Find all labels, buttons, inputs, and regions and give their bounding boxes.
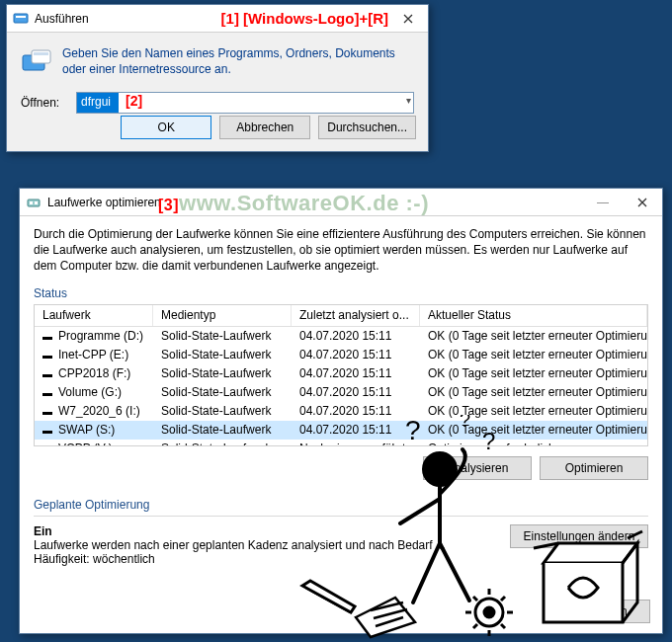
run-program-icon: [21, 46, 52, 78]
status-section-label: Status: [34, 286, 648, 300]
svg-rect-6: [30, 201, 33, 204]
run-open-input[interactable]: [76, 92, 414, 114]
table-row[interactable]: ▬CPP2018 (F:)Solid-State-Laufwerk04.07.2…: [35, 364, 647, 383]
drive-icon: ▬: [42, 368, 52, 379]
optimize-window-icon: [26, 195, 42, 210]
col-media[interactable]: Medientyp: [153, 305, 292, 326]
optimize-description: Durch die Optimierung der Laufwerke könn…: [34, 226, 648, 275]
drive-icon: ▬: [42, 443, 52, 445]
close-button[interactable]: Schließen: [551, 600, 650, 623]
optimize-window: Laufwerke optimieren — Durch die Optimie…: [19, 188, 663, 634]
run-browse-button[interactable]: Durchsuchen...: [318, 116, 416, 139]
change-settings-button[interactable]: Einstellungen ändern: [510, 524, 648, 548]
optimize-button[interactable]: Optimieren: [540, 456, 648, 480]
drive-icon: ▬: [42, 425, 52, 436]
table-row[interactable]: ▬Programme (D:)Solid-State-Laufwerk04.07…: [35, 327, 647, 346]
table-row[interactable]: ▬Volume (G:)Solid-State-Laufwerk04.07.20…: [35, 383, 647, 402]
annotation-1: [1] [Windows-Logo]+[R]: [221, 10, 388, 27]
analyze-button[interactable]: Analysieren: [423, 456, 532, 480]
run-cancel-button[interactable]: Abbrechen: [219, 116, 310, 139]
col-status[interactable]: Aktueller Status: [420, 305, 647, 326]
svg-rect-4: [34, 52, 48, 55]
schedule-section-label: Geplante Optimierung: [34, 498, 648, 512]
table-row[interactable]: ▬W7_2020_6 (I:)Solid-State-Laufwerk04.07…: [35, 402, 647, 421]
svg-rect-1: [16, 16, 26, 18]
col-drive[interactable]: Laufwerk: [35, 305, 153, 326]
drive-icon: ▬: [42, 406, 52, 417]
schedule-text: Ein Laufwerke werden nach einer geplante…: [34, 524, 492, 566]
optimize-close-button[interactable]: [623, 189, 662, 216]
run-window-icon: [13, 11, 29, 27]
table-row[interactable]: ▬Inet-CPP (E:)Solid-State-Laufwerk04.07.…: [35, 346, 647, 364]
schedule-state: Ein: [34, 524, 492, 538]
run-open-label: Öffnen:: [21, 96, 70, 110]
run-titlebar[interactable]: Ausführen [1] [Windows-Logo]+[R]: [7, 5, 428, 33]
optimize-titlebar[interactable]: Laufwerke optimieren —: [20, 189, 662, 216]
run-description: Geben Sie den Namen eines Programms, Ord…: [62, 46, 414, 78]
drive-icon: ▬: [42, 387, 52, 398]
svg-rect-7: [35, 201, 38, 204]
run-open-combo[interactable]: ▾: [76, 92, 414, 114]
run-ok-button[interactable]: OK: [121, 116, 211, 139]
schedule-freq-label: Häufigkeit:: [34, 552, 90, 566]
schedule-line1: Laufwerke werden nach einer geplanten Ka…: [34, 538, 492, 552]
table-row[interactable]: ▬VCPP (V:)Solid-State-LaufwerkNoch nie a…: [35, 440, 647, 445]
run-close-button[interactable]: [388, 5, 428, 33]
col-analyzed[interactable]: Zuletzt analysiert o...: [292, 305, 420, 326]
drive-table: Laufwerk Medientyp Zuletzt analysiert o.…: [34, 304, 648, 446]
table-row[interactable]: ▬SWAP (S:)Solid-State-Laufwerk04.07.2020…: [35, 421, 647, 440]
optimize-minimize-button[interactable]: —: [583, 189, 623, 216]
run-body: Geben Sie den Namen eines Programms, Ord…: [7, 33, 428, 106]
svg-rect-5: [28, 200, 40, 206]
optimize-title: Laufwerke optimieren: [47, 196, 583, 209]
svg-rect-0: [14, 14, 28, 23]
run-title: Ausführen: [35, 12, 211, 26]
drive-icon: ▬: [42, 331, 52, 342]
drive-icon: ▬: [42, 350, 52, 361]
drive-table-header[interactable]: Laufwerk Medientyp Zuletzt analysiert o.…: [35, 305, 647, 327]
schedule-freq-value: wöchentlich: [93, 552, 155, 566]
run-dialog: Ausführen [1] [Windows-Logo]+[R] Geben S…: [6, 4, 429, 152]
svg-rect-3: [32, 50, 50, 63]
